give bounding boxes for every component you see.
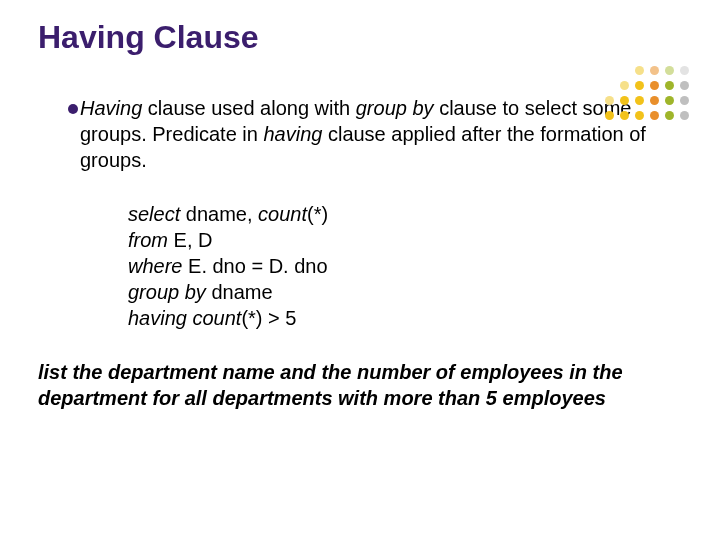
code-text: E, D: [168, 229, 212, 251]
code-line: group by dname: [128, 279, 674, 305]
summary-text: list the department name and the number …: [38, 359, 682, 411]
slide-title: Having Clause: [38, 18, 682, 56]
code-line: from E, D: [128, 227, 674, 253]
bullet-icon: [68, 104, 78, 114]
italic-keyword: Having: [80, 97, 142, 119]
bullet-item: Having clause used along with group by c…: [68, 96, 674, 173]
decorative-dot-grid: [605, 66, 692, 123]
sql-keyword: having count: [128, 307, 241, 329]
italic-keyword: having: [263, 123, 322, 145]
italic-keyword: group by: [356, 97, 434, 119]
code-line: select dname, count(*): [128, 201, 674, 227]
paragraph-1: Having clause used along with group by c…: [80, 96, 674, 173]
code-text: dname: [206, 281, 273, 303]
sql-code-block: select dname, count(*) from E, D where E…: [128, 201, 674, 331]
sql-keyword: where: [128, 255, 182, 277]
sql-keyword: from: [128, 229, 168, 251]
sql-keyword: select: [128, 203, 180, 225]
sql-keyword: group by: [128, 281, 206, 303]
body-text: Having clause used along with group by c…: [68, 96, 674, 331]
code-text: (*): [307, 203, 328, 225]
code-text: (*) > 5: [241, 307, 296, 329]
text-run: clause used along with: [142, 97, 355, 119]
slide: Having Clause Having clause used along w…: [0, 0, 720, 540]
code-text: dname,: [180, 203, 258, 225]
code-line: having count(*) > 5: [128, 305, 674, 331]
code-text: E. dno = D. dno: [182, 255, 327, 277]
code-line: where E. dno = D. dno: [128, 253, 674, 279]
sql-keyword: count: [258, 203, 307, 225]
